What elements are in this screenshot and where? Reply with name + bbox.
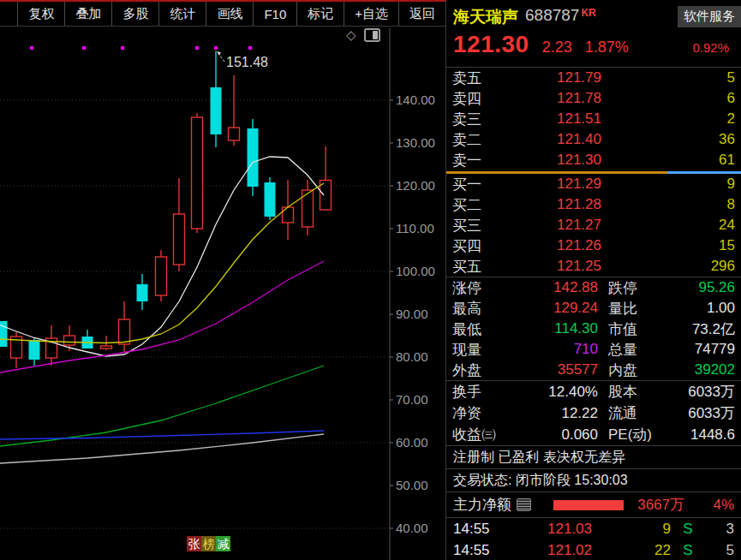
price-change: 2.23 <box>542 39 572 57</box>
diamond-icon[interactable]: ◇ <box>346 29 356 41</box>
ma-line-ma120 <box>0 431 324 439</box>
tick-count: 5 <box>705 542 734 559</box>
axis-label: 50.00 <box>396 478 428 492</box>
trade-status: 交易状态: 闭市阶段 15:30:03 <box>446 468 741 491</box>
sector-badge[interactable]: 软件服务 <box>678 6 741 27</box>
stat-label: 换手 <box>452 382 505 402</box>
ask-row[interactable]: 卖一121.3061 <box>446 150 741 170</box>
stat-value: 6033万 <box>663 382 735 402</box>
toolbar-button-5[interactable]: F10 <box>253 2 296 26</box>
bid-volume: 296 <box>601 258 735 275</box>
bid-row[interactable]: 买三121.2724 <box>446 215 741 235</box>
stat-label: 外盘 <box>452 360 505 380</box>
toolbar-button-6[interactable]: 标记 <box>296 2 344 26</box>
main-flow-label: 主力净额 <box>453 495 511 515</box>
stat-label: 现量 <box>452 340 505 360</box>
axis-label: 120.00 <box>396 178 435 193</box>
bid-row[interactable]: 买一121.299 <box>446 174 741 194</box>
stock-code: 688787 <box>525 6 579 25</box>
bid-price: 121.29 <box>505 176 601 193</box>
bid-row[interactable]: 买四121.2615 <box>446 235 741 256</box>
stat-value: 114.30 <box>505 320 598 337</box>
candle-body-up <box>174 214 185 265</box>
stat-label: 总量 <box>598 340 663 360</box>
stat-label: 收益㈢ <box>452 425 505 444</box>
stat-value: 710 <box>505 341 598 358</box>
stat-value: 6033万 <box>663 403 735 423</box>
ask-row[interactable]: 卖四121.786 <box>446 88 741 109</box>
axis-label: 130.00 <box>396 135 435 150</box>
kline-candlestick-chart[interactable]: 140.00130.00120.00110.00100.0090.0080.00… <box>0 0 445 560</box>
stat-row: 收益㈢0.060PE(动)1448.6 <box>446 424 741 445</box>
tick-time: 14:55 <box>453 521 506 538</box>
bid-price: 121.25 <box>505 258 601 275</box>
bid-row[interactable]: 买二121.288 <box>446 194 741 215</box>
panel-toggle-icon[interactable] <box>364 28 380 42</box>
stat-row: 现量710总量74779 <box>446 339 741 360</box>
stat-label: 最高 <box>452 299 505 319</box>
toolbar-button-0[interactable]: 复权 <box>17 2 64 26</box>
bid-price: 121.28 <box>505 196 601 213</box>
main-flow-value: 3667万 <box>637 495 684 515</box>
tick-row: 14:55121.039S3 <box>446 518 741 539</box>
toolbar-button-4[interactable]: 画线 <box>206 2 253 26</box>
tick-list: 14:55121.039S314:55121.0222S5 <box>446 517 741 560</box>
ask-price: 121.78 <box>505 90 601 107</box>
stat-value: 74779 <box>663 341 735 358</box>
stat-value: 95.26 <box>663 279 735 296</box>
toolbar: 复权叠加多股统计画线F10标记+自选返回 <box>0 2 445 27</box>
bid-row[interactable]: 买五121.25296 <box>446 256 741 277</box>
ask-price: 121.30 <box>505 152 601 169</box>
bid-volume: 24 <box>601 217 735 234</box>
stat-label: 最低 <box>452 319 505 339</box>
toolbar-button-7[interactable]: +自选 <box>344 2 398 26</box>
tick-time: 14:55 <box>453 542 506 559</box>
stat-value: 1448.6 <box>663 426 735 444</box>
bid-label: 买三 <box>452 216 505 235</box>
toolbar-button-3[interactable]: 统计 <box>158 2 206 26</box>
toolbar-button-2[interactable]: 多股 <box>111 2 158 26</box>
stat-row: 换手12.40%股本6033万 <box>446 381 741 402</box>
marker-dot <box>195 46 199 50</box>
candle-body-up <box>119 319 130 344</box>
bid-volume: 9 <box>601 176 735 193</box>
stat-value: 73.2亿 <box>663 319 735 339</box>
candle-body-down <box>265 182 276 217</box>
stock-name: 海天瑞声 <box>453 6 518 28</box>
event-badge-text: 减 <box>218 537 230 551</box>
axis-label: 80.00 <box>396 349 428 364</box>
ask-price: 121.51 <box>505 110 601 128</box>
main-flow-row: 主力净额 3667万 4% <box>446 491 741 517</box>
tick-volume: 22 <box>592 542 671 559</box>
ask-volume: 2 <box>601 110 735 128</box>
candle-body-down <box>211 87 222 134</box>
ask-levels: 卖五121.795卖四121.786卖三121.512卖二121.4036卖一1… <box>446 68 741 170</box>
candle-body-down <box>248 128 259 187</box>
ask-row[interactable]: 卖二121.4036 <box>446 129 741 150</box>
bid-label: 买二 <box>452 195 505 215</box>
candle-body-down <box>137 284 148 301</box>
stat-label: 流通 <box>598 403 663 423</box>
quote-header: 海天瑞声 688787 KR 软件服务 121.30 2.23 1.87% 0.… <box>446 0 741 68</box>
axis-label: 100.00 <box>396 264 435 278</box>
ask-price: 121.40 <box>505 131 601 148</box>
quote-panel: 海天瑞声 688787 KR 软件服务 121.30 2.23 1.87% 0.… <box>445 0 741 560</box>
ask-row[interactable]: 卖三121.512 <box>446 109 741 129</box>
stat-label: 跌停 <box>598 278 663 298</box>
stat-label: 量比 <box>598 299 663 319</box>
marker-dot <box>248 46 252 50</box>
list-icon[interactable] <box>517 498 531 511</box>
stat-label: PE(动) <box>598 425 663 444</box>
candle-body-up <box>192 117 203 229</box>
stat-label: 涨停 <box>452 278 505 298</box>
ask-row[interactable]: 卖五121.795 <box>446 68 741 88</box>
ask-label: 卖五 <box>452 69 505 88</box>
ask-price: 121.79 <box>505 69 601 86</box>
stat-value: 39202 <box>663 361 735 378</box>
marker-dot <box>214 46 218 50</box>
toolbar-button-8[interactable]: 返回 <box>398 2 445 26</box>
high-price-annotation: 151.48 <box>226 55 268 69</box>
ask-volume: 5 <box>601 69 735 86</box>
bid-label: 买四 <box>452 236 505 256</box>
toolbar-button-1[interactable]: 叠加 <box>64 2 111 26</box>
